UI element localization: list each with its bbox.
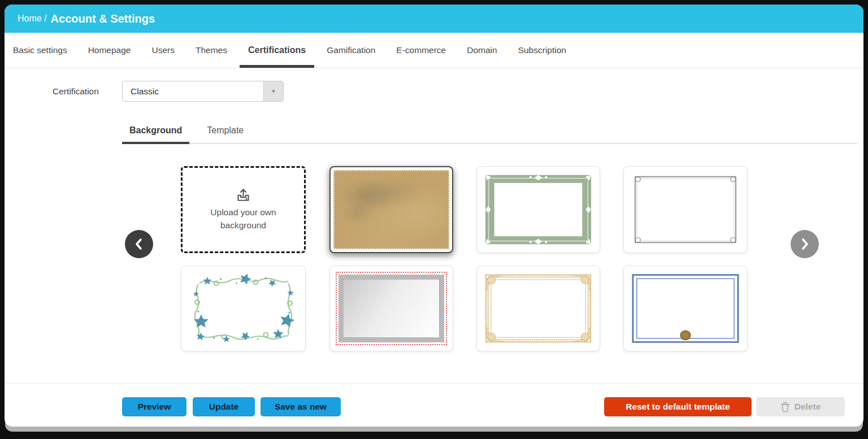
background-thumbnail-green-border[interactable]	[476, 166, 600, 253]
tab-subscription[interactable]: Subscription	[518, 33, 566, 68]
reset-to-default-template-button[interactable]: Reset to default template	[604, 397, 752, 416]
trash-icon	[780, 402, 790, 412]
upload-background-tile[interactable]: Upload your own background	[181, 166, 306, 253]
blue-border-art	[630, 272, 741, 345]
breadcrumb[interactable]: Home /	[18, 14, 47, 24]
chevron-left-icon	[133, 237, 145, 251]
page-title: Account & Settings	[51, 12, 155, 25]
certification-select[interactable]: Classic ▼	[122, 81, 284, 102]
preview-button[interactable]: Preview	[122, 397, 186, 416]
delete-button[interactable]: Delete	[756, 397, 845, 416]
page-header: Home / Account & Settings	[5, 5, 863, 33]
gold-border-art	[483, 272, 594, 345]
red-dotted-border-art	[336, 272, 447, 345]
tab-users[interactable]: Users	[151, 33, 174, 68]
certification-row: Certification Classic ▼	[5, 81, 863, 102]
background-thumbnail-gray-border[interactable]	[623, 166, 748, 253]
upload-tile-label: Upload your own background	[201, 206, 286, 232]
save-as-new-button[interactable]: Save as new	[261, 397, 341, 416]
chevron-down-icon[interactable]: ▼	[263, 81, 283, 101]
tab-certifications[interactable]: Certifications	[248, 33, 306, 68]
subtab-template[interactable]: Template	[199, 118, 251, 143]
certification-label: Certification	[53, 81, 99, 102]
update-button[interactable]: Update	[193, 397, 255, 416]
parchment-texture	[333, 170, 449, 249]
subtab-background[interactable]: Background	[122, 118, 189, 143]
green-border-art	[483, 172, 594, 247]
delete-button-label: Delete	[795, 402, 821, 412]
tab-basic-settings[interactable]: Basic settings	[13, 33, 67, 68]
background-thumbnail-red-dotted-border[interactable]	[329, 266, 453, 351]
background-thumbnail-gold-border[interactable]	[476, 266, 600, 351]
gray-border-art	[630, 172, 741, 247]
certification-select-value: Classic	[131, 81, 159, 101]
carousel-previous-button[interactable]	[125, 230, 153, 258]
tab-homepage[interactable]: Homepage	[88, 33, 131, 68]
account-settings-window: Home / Account & Settings Basic settings…	[5, 5, 863, 427]
footer-divider	[5, 383, 863, 384]
floral-border-art	[187, 272, 300, 345]
upload-icon	[236, 188, 251, 202]
tab-themes[interactable]: Themes	[196, 33, 227, 68]
tab-domain[interactable]: Domain	[467, 33, 497, 68]
carousel-next-button[interactable]	[791, 230, 819, 258]
tab-ecommerce[interactable]: E-commerce	[396, 33, 446, 68]
tab-gamification[interactable]: Gamification	[327, 33, 375, 68]
background-thumbnail-floral-border[interactable]	[181, 266, 306, 351]
background-thumbnail-parchment[interactable]	[329, 166, 453, 253]
background-thumbnail-blue-border-seal[interactable]	[623, 266, 748, 351]
background-template-tabbar: Background Template	[122, 118, 858, 144]
gold-seal-icon	[680, 331, 691, 340]
chevron-right-icon	[799, 237, 810, 251]
main-tabbar: Basic settings Homepage Users Themes Cer…	[5, 33, 863, 68]
